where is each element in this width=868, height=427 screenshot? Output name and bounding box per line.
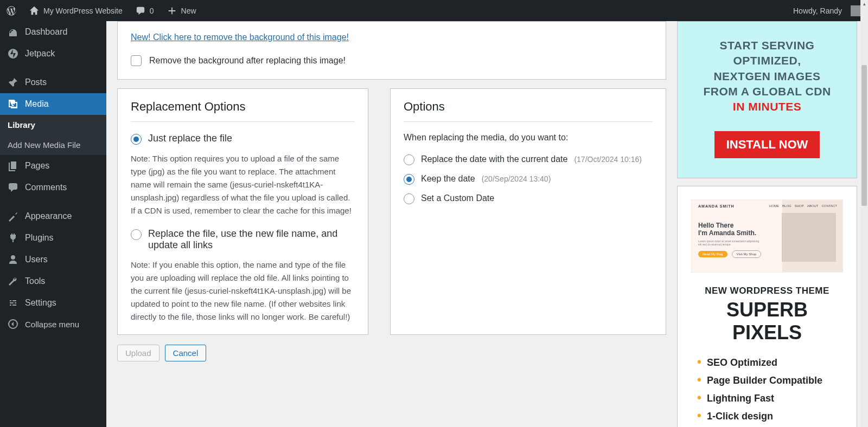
comments-icon bbox=[8, 182, 18, 193]
cancel-button[interactable]: Cancel bbox=[165, 345, 207, 361]
promo-cdn-line: START SERVING bbox=[693, 38, 841, 53]
tools-icon bbox=[8, 276, 18, 287]
replace-rename-note: Note: If you enable this option, the nam… bbox=[131, 258, 355, 324]
remove-bg-link[interactable]: New! Click here to remove the background… bbox=[131, 33, 349, 42]
feature-item: SEO Optimized bbox=[697, 357, 844, 368]
plus-icon bbox=[167, 6, 177, 16]
settings-icon bbox=[8, 297, 18, 308]
scrollbar-thumb[interactable] bbox=[861, 65, 867, 206]
menu-tools[interactable]: Tools bbox=[0, 270, 106, 292]
site-link[interactable]: My WordPress Website bbox=[23, 0, 129, 21]
promo-cdn-line: OPTIMIZED, bbox=[693, 53, 841, 68]
date-current-timestamp: (17/Oct/2024 10:16) bbox=[574, 155, 642, 164]
promo-cdn-line-accent: IN MINUTES bbox=[693, 99, 841, 114]
collapse-icon bbox=[8, 319, 18, 329]
dashboard-icon bbox=[8, 27, 18, 37]
wp-logo[interactable] bbox=[0, 0, 23, 21]
wordpress-icon bbox=[7, 6, 16, 16]
comments-link[interactable]: 0 bbox=[129, 0, 161, 21]
upload-button[interactable]: Upload bbox=[117, 345, 159, 361]
date-custom-label[interactable]: Set a Custom Date bbox=[421, 193, 494, 203]
promo-cdn-line: NEXTGEN IMAGES bbox=[693, 69, 841, 84]
theme-hero-image bbox=[782, 213, 836, 262]
users-icon bbox=[8, 254, 18, 265]
date-keep-timestamp: (20/Sep/2024 13:40) bbox=[482, 174, 551, 183]
radio-date-current[interactable] bbox=[404, 154, 414, 165]
collapse-menu[interactable]: Collapse menu bbox=[0, 314, 106, 334]
svg-point-0 bbox=[8, 49, 18, 59]
remove-bg-checkbox-label: Remove the background after replacing th… bbox=[149, 56, 346, 66]
user-greeting[interactable]: Howdy, Randy bbox=[787, 0, 868, 21]
remove-bg-checkbox[interactable] bbox=[131, 55, 142, 66]
appearance-icon bbox=[8, 211, 18, 222]
submenu-add-new[interactable]: Add New Media File bbox=[0, 135, 106, 155]
radio-just-replace-label[interactable]: Just replace the file bbox=[148, 133, 232, 144]
feature-item: Page Builder Compatible bbox=[697, 375, 844, 386]
new-label: New bbox=[181, 7, 196, 15]
date-current-label[interactable]: Replace the date with the current date bbox=[421, 154, 567, 164]
pin-icon bbox=[8, 77, 18, 88]
submenu-library[interactable]: Library bbox=[0, 115, 106, 135]
promo-cdn-panel: START SERVING OPTIMIZED, NEXTGEN IMAGES … bbox=[677, 21, 857, 178]
options-panel: Options When replacing the media, do you… bbox=[390, 88, 666, 335]
promo-cdn-line: FROM A GLOBAL CDN bbox=[693, 84, 841, 99]
comment-count: 0 bbox=[150, 7, 154, 15]
home-icon bbox=[29, 6, 39, 16]
scrollbar[interactable]: ▴ bbox=[860, 0, 868, 427]
bg-remove-panel: New! Click here to remove the background… bbox=[117, 21, 666, 80]
radio-replace-rename[interactable] bbox=[131, 229, 142, 240]
options-heading: Options bbox=[404, 100, 653, 122]
new-content-link[interactable]: New bbox=[161, 0, 203, 21]
pages-icon bbox=[8, 160, 18, 171]
promo-theme-title: SUPERB PIXELS bbox=[691, 299, 844, 344]
date-keep-label[interactable]: Keep the date bbox=[421, 174, 475, 184]
radio-replace-rename-label[interactable]: Replace the file, use the new file name,… bbox=[148, 228, 355, 251]
menu-media[interactable]: Media bbox=[0, 93, 106, 115]
menu-plugins[interactable]: Plugins bbox=[0, 227, 106, 249]
media-submenu: Library Add New Media File bbox=[0, 115, 106, 155]
menu-appearance[interactable]: Appearance bbox=[0, 205, 106, 227]
feature-item: 1-Click design bbox=[697, 411, 844, 422]
admin-bar: My WordPress Website 0 New Howdy, Randy bbox=[0, 0, 868, 21]
admin-sidebar: Dashboard Jetpack Posts Media Library Ad… bbox=[0, 21, 106, 427]
plugins-icon bbox=[8, 232, 18, 243]
greeting-text: Howdy, Randy bbox=[793, 7, 842, 15]
media-icon bbox=[8, 99, 18, 109]
scroll-up-arrow[interactable]: ▴ bbox=[860, 0, 868, 8]
menu-comments[interactable]: Comments bbox=[0, 177, 106, 198]
site-title: My WordPress Website bbox=[43, 7, 123, 15]
menu-jetpack[interactable]: Jetpack bbox=[0, 43, 106, 64]
radio-just-replace[interactable] bbox=[131, 134, 142, 145]
avatar bbox=[851, 5, 861, 16]
menu-dashboard[interactable]: Dashboard bbox=[0, 21, 106, 43]
jetpack-icon bbox=[8, 48, 18, 59]
promo-theme-sub: NEW WORDPRESS THEME bbox=[691, 286, 844, 296]
menu-posts[interactable]: Posts bbox=[0, 72, 106, 93]
install-now-button[interactable]: INSTALL NOW bbox=[714, 131, 820, 158]
replacement-options-panel: Replacement Options Just replace the fil… bbox=[117, 88, 368, 335]
options-question: When replacing the media, do you want to… bbox=[404, 133, 653, 143]
menu-settings[interactable]: Settings bbox=[0, 292, 106, 314]
radio-date-custom[interactable] bbox=[404, 193, 414, 204]
menu-users[interactable]: Users bbox=[0, 249, 106, 270]
menu-pages[interactable]: Pages bbox=[0, 155, 106, 177]
promo-theme-panel: AMANDA SMITH HOMEBLOGSHOPABOUTCONTACT He… bbox=[677, 186, 857, 427]
just-replace-note: Note: This option requires you to upload… bbox=[131, 152, 355, 217]
replacement-heading: Replacement Options bbox=[131, 100, 355, 122]
main-content: New! Click here to remove the background… bbox=[106, 21, 868, 427]
radio-date-keep[interactable] bbox=[404, 174, 414, 185]
feature-list: SEO OptimizedPage Builder CompatibleLigh… bbox=[691, 357, 844, 422]
feature-item: Lightning Fast bbox=[697, 393, 844, 404]
comment-icon bbox=[136, 6, 145, 16]
theme-screenshot: AMANDA SMITH HOMEBLOGSHOPABOUTCONTACT He… bbox=[691, 199, 843, 273]
